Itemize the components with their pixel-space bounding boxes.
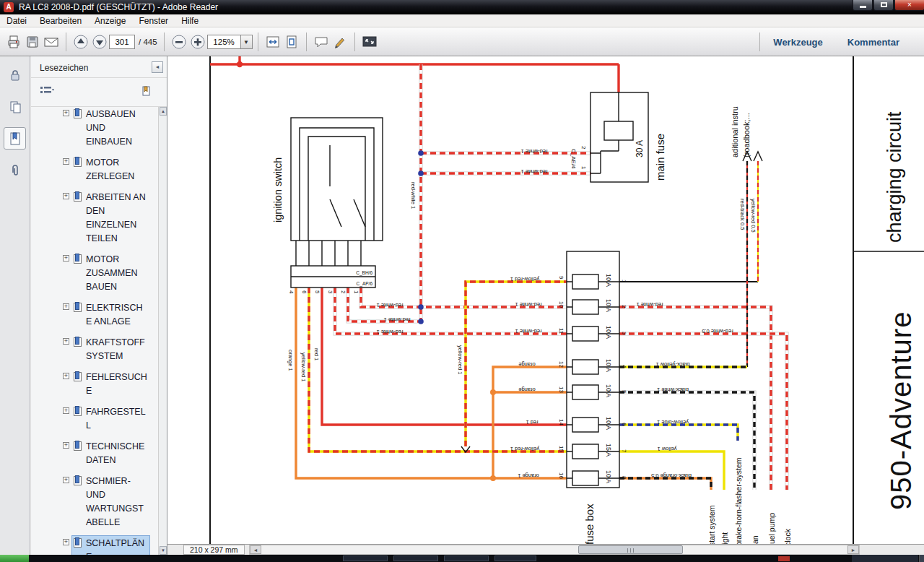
show-desktop-button[interactable] <box>919 555 924 562</box>
expand-icon[interactable]: + <box>63 158 69 165</box>
bookmark-label[interactable]: FEHLERSUCHE <box>86 371 148 398</box>
zoom-out-icon[interactable] <box>170 32 188 52</box>
bookmark-item[interactable]: + MOTOR ZUSAMMEN BAUEN <box>63 252 160 295</box>
ignition-switch-symbol <box>291 118 383 288</box>
menu-datei[interactable]: Datei <box>0 15 33 27</box>
wire-label: yellow-red 1 <box>300 353 307 381</box>
email-icon[interactable] <box>42 32 61 52</box>
wire-label: red-white 1 <box>383 316 410 323</box>
fit-page-icon[interactable] <box>282 32 301 52</box>
zoom-dropdown-icon[interactable]: ▼ <box>240 35 253 49</box>
security-lock-icon[interactable] <box>4 64 26 86</box>
taskbar-item[interactable] <box>343 555 388 561</box>
previous-page-icon[interactable] <box>71 32 90 52</box>
comment-bubble-icon[interactable] <box>312 32 331 52</box>
wire-label: red-white 1 <box>515 328 541 334</box>
bookmark-item[interactable]: + AUSBAUEN UND EINBAUEN <box>63 107 160 150</box>
scrollbar-thumb[interactable] <box>578 545 683 554</box>
pdf-page[interactable]: ignition switch main fuse 30 A fuse box … <box>167 56 924 544</box>
minimize-button[interactable] <box>853 0 873 11</box>
bookmark-item-schaltplaene[interactable]: + SCHALTPLÄNE <box>63 536 160 555</box>
collapse-panel-icon[interactable]: ◄ <box>152 61 163 73</box>
bookmark-label[interactable]: SCHMIER- UND WARTUNGSTABELLE <box>86 475 148 529</box>
bookmark-label[interactable]: AUSBAUEN UND EINBAUEN <box>86 108 148 149</box>
fuse-left-pin: 15 <box>558 446 565 452</box>
bookmark-label[interactable]: FAHRGESTELL <box>86 405 148 433</box>
zoom-level-input[interactable] <box>207 35 240 49</box>
scroll-left-icon[interactable]: ◄ <box>250 545 261 554</box>
bookmark-item[interactable]: + FEHLERSUCHE <box>63 370 160 399</box>
wire-label: yellow-red 1 <box>510 446 539 452</box>
taskbar-item[interactable] <box>444 555 489 561</box>
switch-pin: 1 <box>353 290 359 294</box>
expand-icon[interactable]: + <box>63 110 69 116</box>
bookmark-options-icon[interactable] <box>40 85 56 100</box>
fuse-rating: 10 A <box>605 384 612 397</box>
page-thumbnails-icon[interactable] <box>4 95 26 118</box>
fuse-box-label: fuse box <box>583 503 596 544</box>
bookmark-item[interactable]: + ELEKTRISCHE ANLAGE <box>63 301 160 329</box>
fuse-right-pin: 6 <box>621 423 627 426</box>
menu-anzeige[interactable]: Anzeige <box>88 15 132 27</box>
bookmark-item[interactable]: + SCHMIER- UND WARTUNGSTABELLE <box>63 474 160 530</box>
windows-taskbar <box>0 555 924 562</box>
bookmark-label[interactable]: TECHNISCHE DATEN <box>86 440 148 467</box>
next-page-icon[interactable] <box>90 32 109 52</box>
bookmark-label[interactable]: SCHALTPLÄNE <box>86 537 148 555</box>
bookmark-item[interactable]: + FAHRGESTELL <box>63 405 160 433</box>
scroll-up-icon[interactable]: ▲ <box>160 107 167 116</box>
horizontal-scrollbar[interactable]: ◄ ► <box>249 545 860 555</box>
bookmark-item[interactable]: + ARBEITEN AN DEN EINZELNEN TEILEN <box>63 190 160 246</box>
panel-scrollbar[interactable]: ▲ ▼ <box>158 107 167 555</box>
system-tray[interactable] <box>852 555 918 562</box>
bookmark-label[interactable]: KRAFTSTOFF SYSTEM <box>86 336 148 363</box>
circuit-label-start-system: start system <box>707 505 716 544</box>
main-fuse-pin-1: 1 <box>580 166 587 170</box>
fullscreen-icon[interactable] <box>360 32 379 52</box>
expand-icon[interactable]: + <box>63 442 69 449</box>
taskbar-item-adobe[interactable] <box>778 556 790 561</box>
expand-icon[interactable]: + <box>63 193 69 199</box>
wire-label: orange 1 <box>518 472 539 479</box>
wire-label: yellow-red 1 <box>510 276 539 282</box>
close-button[interactable]: × <box>894 0 924 11</box>
scroll-right-icon[interactable]: ► <box>847 545 859 554</box>
menu-hilfe[interactable]: Hilfe <box>175 15 205 27</box>
expand-icon[interactable]: + <box>63 539 69 545</box>
scroll-down-icon[interactable]: ▼ <box>160 546 167 555</box>
bookmark-label[interactable]: ELEKTRISCHE ANLAGE <box>86 301 148 329</box>
bookmark-item[interactable]: + TECHNISCHE DATEN <box>63 439 160 468</box>
zoom-in-icon[interactable] <box>188 32 207 52</box>
comment-panel-button[interactable]: Kommentar <box>847 37 899 48</box>
save-icon[interactable] <box>23 32 42 52</box>
menu-fenster[interactable]: Fenster <box>132 15 175 27</box>
bookmarks-panel-icon[interactable] <box>4 127 26 150</box>
page-number-input[interactable] <box>109 35 135 49</box>
expand-icon[interactable]: + <box>63 303 69 310</box>
taskbar-item[interactable] <box>494 555 536 561</box>
bookmark-label[interactable]: MOTOR ZERLEGEN <box>86 156 148 183</box>
start-button[interactable] <box>0 555 29 562</box>
bookmark-label[interactable]: ARBEITEN AN DEN EINZELNEN TEILEN <box>86 191 148 246</box>
locate-bookmark-icon[interactable] <box>141 85 154 100</box>
bookmark-item[interactable]: + MOTOR ZERLEGEN <box>63 155 160 184</box>
bookmark-item[interactable]: + KRAFTSTOFF SYSTEM <box>63 335 160 364</box>
expand-icon[interactable]: + <box>63 407 69 414</box>
expand-icon[interactable]: + <box>63 373 69 379</box>
print-icon[interactable] <box>4 32 23 52</box>
fuse-right-pin: 2 <box>621 305 627 308</box>
sign-pen-icon[interactable] <box>331 32 349 52</box>
attachments-paperclip-icon[interactable] <box>4 159 26 181</box>
fit-width-icon[interactable] <box>263 32 282 52</box>
expand-icon[interactable]: + <box>63 477 69 483</box>
maximize-button[interactable] <box>873 0 894 11</box>
expand-icon[interactable]: + <box>63 338 69 345</box>
taskbar-item[interactable] <box>393 555 438 561</box>
tools-panel-button[interactable]: Werkzeuge <box>773 37 822 48</box>
fuse-left-pin: 14 <box>558 419 565 425</box>
additional-instruments-label-1: aditional instru <box>731 106 739 157</box>
menu-bearbeiten[interactable]: Bearbeiten <box>33 15 88 27</box>
expand-icon[interactable]: + <box>63 255 69 261</box>
fuse-rating: 15 A <box>605 444 612 457</box>
bookmark-label[interactable]: MOTOR ZUSAMMEN BAUEN <box>86 253 148 294</box>
